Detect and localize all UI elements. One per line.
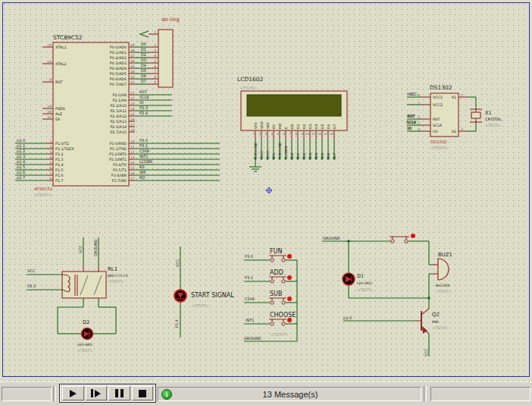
push-button-contact[interactable] bbox=[405, 240, 408, 243]
text-label: <TEXT> bbox=[108, 279, 124, 284]
pin-name: P1.3 bbox=[55, 158, 64, 162]
pin-name: RST bbox=[433, 118, 440, 121]
text-label: CRYSTAL bbox=[485, 117, 502, 121]
button-plunger[interactable] bbox=[269, 256, 286, 258]
pin-number: 10 bbox=[305, 132, 310, 136]
text-label: BUZ1 bbox=[438, 252, 452, 258]
push-button-contact[interactable] bbox=[282, 259, 285, 262]
button-plunger[interactable] bbox=[390, 237, 409, 239]
text-label: ADD bbox=[270, 269, 283, 276]
text-label: <TEXT> bbox=[239, 86, 257, 90]
pin-number: 2 bbox=[461, 93, 463, 97]
pin-number: 16 bbox=[130, 171, 135, 175]
text-label: SCLK bbox=[406, 120, 416, 124]
push-button-contact[interactable] bbox=[282, 280, 285, 283]
button-plunger[interactable] bbox=[269, 319, 286, 322]
pin-number: 36 bbox=[130, 59, 135, 63]
play-button[interactable] bbox=[62, 386, 84, 400]
lcd-screen[interactable] bbox=[247, 95, 341, 116]
button-state-dot bbox=[287, 297, 292, 301]
push-button-contact[interactable] bbox=[271, 280, 274, 283]
pin-number: 29 bbox=[47, 105, 52, 108]
pin-name: P0.7/AD7 bbox=[110, 83, 127, 86]
pin-name: P1.4 bbox=[55, 163, 64, 167]
schematic-canvas[interactable]: 19XTAL118XTAL29RST29PSEN30ALE31EA1P1.0/T… bbox=[0, 0, 532, 381]
text-label: SUB bbox=[270, 290, 282, 297]
pin-name: P0.1/AD1 bbox=[110, 51, 127, 55]
pin-number: 1 bbox=[154, 30, 156, 34]
pin-name: P0.3/AD3 bbox=[110, 61, 127, 65]
pin-number: 7 bbox=[289, 132, 291, 136]
pin-number: 17 bbox=[130, 177, 135, 181]
net-label: IO bbox=[139, 100, 143, 105]
pin-number: 6 bbox=[418, 127, 420, 131]
pin-number: 3 bbox=[461, 127, 463, 131]
crystal-body[interactable] bbox=[471, 112, 480, 118]
pin-number: 15 bbox=[130, 166, 135, 170]
pin-name: VEE bbox=[266, 122, 270, 129]
text-label: BUZZER bbox=[436, 284, 449, 287]
pin-name: P1.1/T2EX bbox=[55, 147, 74, 151]
step-button[interactable] bbox=[86, 386, 108, 400]
text-label: RST bbox=[408, 114, 416, 118]
text-label: P3.1 bbox=[245, 275, 253, 280]
pin-name: PSEN bbox=[55, 107, 65, 111]
push-button-contact[interactable] bbox=[271, 322, 274, 325]
net-label: VCC bbox=[260, 151, 264, 158]
pin-number: 5 bbox=[154, 59, 156, 63]
pin-number: 1 bbox=[49, 140, 52, 143]
net-label: P2.4 bbox=[139, 111, 148, 115]
net-label: p1.3 bbox=[17, 154, 25, 159]
net-label: WR bbox=[139, 170, 146, 174]
pin-number: 8 bbox=[418, 93, 420, 97]
net-label: P3.0 bbox=[139, 138, 148, 143]
junction-dot bbox=[427, 297, 430, 300]
net-label: RST bbox=[139, 89, 148, 94]
text-label: de ling bbox=[161, 17, 180, 23]
pin-number: 37 bbox=[130, 54, 135, 58]
message-panel[interactable]: i 13 Message(s) bbox=[158, 387, 421, 401]
pin-name: P0.6/AD6 bbox=[110, 77, 127, 81]
text-label: <TEXT> bbox=[192, 303, 209, 308]
net-label: LCDEN bbox=[139, 159, 152, 164]
text-label: D1 bbox=[357, 273, 364, 279]
pause-button[interactable] bbox=[108, 386, 130, 400]
text-label: AT89C52 bbox=[34, 187, 53, 191]
text-label: P2.3 bbox=[27, 284, 36, 288]
pin-name: P0.4/AD4 bbox=[110, 67, 127, 71]
push-button-contact[interactable] bbox=[271, 259, 274, 262]
text-label: VCC bbox=[409, 92, 418, 96]
connector-body[interactable] bbox=[158, 30, 173, 87]
text-label: P2.4 bbox=[174, 319, 179, 328]
pin-name: P1.7 bbox=[55, 179, 64, 183]
pin-name: P1.5 bbox=[55, 168, 64, 172]
button-plunger[interactable] bbox=[269, 298, 286, 300]
net-label: D3 bbox=[308, 153, 312, 158]
push-button-contact[interactable] bbox=[391, 240, 394, 243]
text-label: <TEXT> bbox=[430, 146, 448, 150]
net-label: D7 bbox=[333, 153, 336, 158]
text-label: STC89C52 bbox=[53, 34, 83, 41]
pin-name: D3 bbox=[308, 124, 312, 129]
push-button-contact[interactable] bbox=[282, 322, 285, 325]
pin-name: ALE bbox=[55, 112, 62, 116]
net-label: D6 bbox=[141, 74, 146, 78]
push-button-contact[interactable] bbox=[271, 301, 274, 304]
net-label: GROUND bbox=[254, 142, 258, 158]
pin-number: 24 bbox=[130, 107, 135, 111]
button-plunger[interactable] bbox=[269, 277, 286, 279]
pin-number: 33 bbox=[130, 75, 135, 79]
schematic-svg[interactable]: 19XTAL118XTAL29RST29PSEN30ALE31EA1P1.0/T… bbox=[0, 0, 532, 381]
push-button-contact[interactable] bbox=[282, 301, 285, 304]
pin-name: P3.0/RXD bbox=[110, 142, 127, 146]
pin-name: D2 bbox=[302, 124, 306, 129]
pin-name: RW bbox=[278, 123, 282, 129]
pin-number: 6 bbox=[154, 64, 156, 68]
pin-name: P3.4/T0 bbox=[113, 163, 127, 167]
net-label: p1.1 bbox=[17, 143, 25, 149]
net-arrow-icon bbox=[140, 31, 149, 37]
text-label: Q2 bbox=[432, 312, 440, 318]
pin-name: E bbox=[284, 127, 288, 129]
pin-name: P2.5/A13 bbox=[110, 120, 127, 124]
stop-button[interactable] bbox=[132, 386, 154, 400]
